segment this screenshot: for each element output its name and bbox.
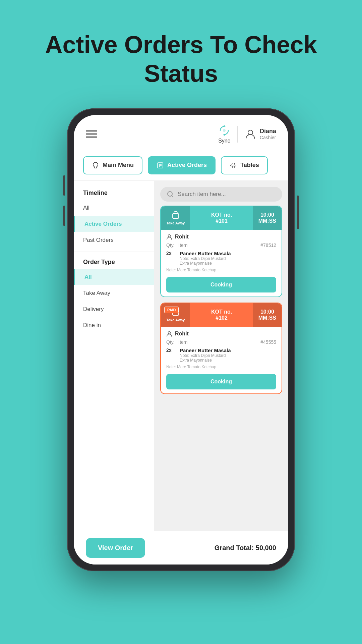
item-note-1a: Note: Extra Dijon Mustard bbox=[180, 256, 276, 261]
phone-screen: Sync Diana Cashier bbox=[74, 115, 288, 565]
item-qty-2: 2x bbox=[166, 347, 176, 363]
sidebar-item-order-type-all[interactable]: All bbox=[74, 269, 154, 285]
sidebar-item-dine-in[interactable]: Dine in bbox=[74, 317, 154, 333]
search-input[interactable] bbox=[178, 191, 276, 198]
order-row-header-1: Qty. Item #78512 bbox=[166, 243, 276, 248]
takeaway-icon bbox=[171, 211, 180, 220]
sync-label: Sync bbox=[218, 138, 230, 144]
item-name-1: Paneer Butter Masala bbox=[180, 251, 276, 256]
power-button bbox=[297, 196, 299, 229]
qty-label-2: Qty. Item bbox=[166, 339, 188, 345]
kot-number-2: KOT no. bbox=[211, 309, 232, 315]
header-divider bbox=[237, 126, 238, 143]
orders-list: Take Away KOT no. #101 10:00 MM:SS bbox=[154, 206, 288, 531]
order-note-1: Note: More Tomato Ketchup bbox=[166, 268, 276, 272]
svg-point-13 bbox=[168, 234, 171, 237]
user-text: Diana Cashier bbox=[260, 128, 276, 140]
kot-id-1: #101 bbox=[216, 218, 228, 224]
item-details-2: Paneer Butter Masala Note: Extra Dijon M… bbox=[180, 347, 276, 363]
phone-shell: Sync Diana Cashier bbox=[67, 108, 295, 571]
nav-tabs: Main Menu Active Orders bbox=[74, 150, 288, 181]
tab-tables-label: Tables bbox=[240, 162, 259, 169]
tab-active-orders-label: Active Orders bbox=[167, 162, 207, 169]
kot-time-2: 10:00 bbox=[260, 309, 274, 315]
bottom-bar: View Order Grand Total: 50,000 bbox=[74, 531, 288, 565]
tab-active-orders[interactable]: Active Orders bbox=[148, 156, 216, 174]
user-name: Diana bbox=[260, 128, 276, 135]
paid-badge: PAID bbox=[164, 307, 179, 313]
menu-button[interactable] bbox=[86, 130, 97, 138]
paid-tag: PAID bbox=[164, 307, 179, 313]
kot-card-1: Take Away KOT no. #101 10:00 MM:SS bbox=[160, 206, 282, 297]
sidebar: Timeline All Active Orders Past Orders O… bbox=[74, 181, 154, 531]
sidebar-item-past-orders[interactable]: Past Orders bbox=[74, 232, 154, 248]
sidebar-item-active-orders[interactable]: Active Orders bbox=[74, 216, 154, 232]
sidebar-item-all[interactable]: All bbox=[74, 200, 154, 216]
main-menu-icon bbox=[92, 162, 99, 169]
kot-card-2: PAID Take Away KOT no. bbox=[160, 303, 282, 394]
tab-main-menu-label: Main Menu bbox=[103, 162, 134, 169]
kot-time-sub-1: MM:SS bbox=[258, 218, 276, 224]
svg-point-1 bbox=[248, 130, 253, 135]
customer-row-1: Rohit bbox=[166, 234, 276, 240]
user-avatar-icon bbox=[244, 128, 256, 140]
customer-name-1: Rohit bbox=[175, 234, 189, 240]
sidebar-item-delivery[interactable]: Delivery bbox=[74, 301, 154, 317]
sidebar-divider bbox=[74, 252, 154, 252]
user-info: Diana Cashier bbox=[244, 128, 276, 140]
sync-icon bbox=[218, 124, 230, 137]
header-right: Sync Diana Cashier bbox=[218, 124, 276, 144]
tab-tables[interactable]: Tables bbox=[221, 156, 268, 174]
kot-type-label-2: Take Away bbox=[166, 318, 185, 322]
page-title: Active Orders To Check Status bbox=[25, 30, 337, 88]
svg-point-15 bbox=[168, 331, 171, 334]
customer-icon-1 bbox=[166, 234, 172, 240]
kot-time-section-1: 10:00 MM:SS bbox=[253, 206, 282, 230]
search-icon bbox=[167, 191, 174, 198]
order-row-header-2: Qty. Item #45555 bbox=[166, 339, 276, 345]
sidebar-timeline-label: Timeline bbox=[74, 184, 154, 200]
kot-time-1: 10:00 bbox=[260, 212, 274, 218]
kot-body-2: Rohit Qty. Item #45555 2x Paneer Butter … bbox=[161, 327, 282, 393]
kot-time-sub-2: MM:SS bbox=[258, 315, 276, 321]
kot-header-2: Take Away KOT no. #102 10:00 MM:SS bbox=[161, 303, 282, 327]
search-bar[interactable] bbox=[160, 187, 282, 202]
tables-icon bbox=[230, 162, 237, 169]
order-panel: Take Away KOT no. #101 10:00 MM:SS bbox=[154, 181, 288, 531]
grand-total: Grand Total: 50,000 bbox=[215, 544, 276, 552]
sync-button[interactable]: Sync bbox=[218, 124, 230, 144]
customer-row-2: Rohit bbox=[166, 331, 276, 337]
volume-down-button bbox=[63, 206, 65, 226]
view-order-button[interactable]: View Order bbox=[86, 538, 145, 558]
kot-time-section-2: 10:00 MM:SS bbox=[253, 303, 282, 327]
kot-type-label-1: Take Away bbox=[166, 221, 185, 225]
tab-main-menu[interactable]: Main Menu bbox=[83, 156, 142, 174]
sidebar-order-type-label: Order Type bbox=[74, 255, 154, 269]
item-note-2a: Note: Extra Dijon Mustard bbox=[180, 353, 276, 358]
svg-rect-6 bbox=[231, 165, 236, 166]
order-item-row-1: 2x Paneer Butter Masala Note: Extra Dijo… bbox=[166, 251, 276, 266]
kot-number-section-1: KOT no. #101 bbox=[190, 206, 253, 230]
kot-number-1: KOT no. bbox=[211, 212, 232, 218]
user-role: Cashier bbox=[260, 135, 276, 140]
kot-header-1: Take Away KOT no. #101 10:00 MM:SS bbox=[161, 206, 282, 230]
kot-number-section-2: KOT no. #102 bbox=[190, 303, 253, 327]
app-header: Sync Diana Cashier bbox=[74, 115, 288, 150]
order-item-row-2: 2x Paneer Butter Masala Note: Extra Dijo… bbox=[166, 347, 276, 363]
order-id-1: #78512 bbox=[260, 243, 276, 248]
item-note-2b: Extra Mayonnaise bbox=[180, 358, 276, 363]
qty-label-1: Qty. Item bbox=[166, 243, 188, 248]
active-orders-icon bbox=[157, 162, 164, 169]
cooking-button-2[interactable]: Cooking bbox=[166, 374, 276, 389]
cooking-button-1[interactable]: Cooking bbox=[166, 277, 276, 292]
kot-type-icon-1: Take Away bbox=[161, 206, 190, 230]
item-details-1: Paneer Butter Masala Note: Extra Dijon M… bbox=[180, 251, 276, 266]
kot-body-1: Rohit Qty. Item #78512 2x Paneer Butter … bbox=[161, 230, 282, 297]
kot-id-2: #102 bbox=[216, 315, 228, 321]
sidebar-item-takeaway[interactable]: Take Away bbox=[74, 285, 154, 301]
order-note-2: Note: More Tomato Ketchup bbox=[166, 365, 276, 369]
customer-icon-2 bbox=[166, 331, 172, 337]
svg-point-0 bbox=[223, 129, 226, 132]
customer-name-2: Rohit bbox=[175, 331, 189, 337]
volume-up-button bbox=[63, 175, 65, 196]
